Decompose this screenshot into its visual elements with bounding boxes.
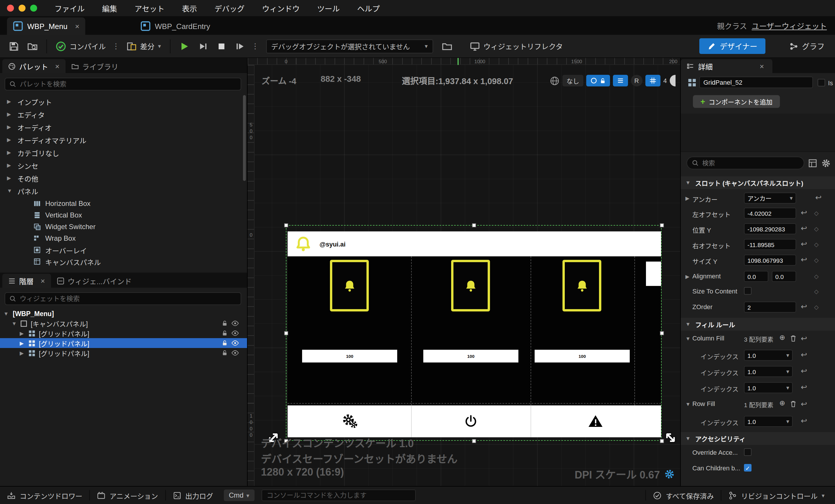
collapse-arrow-icon[interactable]: ▼ (686, 180, 691, 186)
frame-skip-button[interactable] (194, 38, 212, 54)
tab-palette[interactable]: パレット × (2, 59, 65, 73)
details-search[interactable] (687, 157, 804, 169)
palette-scrollbar[interactable] (243, 95, 246, 181)
add-component-button[interactable]: + コンポーネントを追加 (693, 95, 780, 108)
expand-arrow-icon[interactable]: ▶ (20, 340, 25, 346)
tab-library[interactable]: ライブラリ (65, 59, 124, 73)
source-control-saved-button[interactable]: すべて保存済み (646, 487, 721, 504)
index-dropdown[interactable]: 1.0▾ (744, 382, 793, 393)
bind-diamond-icon[interactable]: ◇ (814, 210, 818, 216)
play-options-icon[interactable]: ⋮ (249, 42, 261, 51)
widget-scrollbar[interactable] (646, 262, 661, 286)
revision-control-button[interactable]: リビジョンコントロール ▾ (721, 487, 832, 504)
alignment-y-field[interactable]: 0.0 (772, 271, 796, 282)
preview-none-button[interactable]: なし (563, 75, 583, 86)
palette-item-widget-switcher[interactable]: Widget Switcher (0, 221, 247, 233)
palette-item-overlay[interactable]: オーバーレイ (0, 244, 247, 256)
can-children-check-checkbox[interactable]: ✓ (744, 464, 752, 471)
expand-arrow-icon[interactable]: ▶ (686, 196, 690, 201)
eye-icon[interactable] (231, 350, 239, 356)
settings-gear-icon[interactable] (822, 159, 830, 168)
collapse-arrow-icon[interactable]: ▼ (7, 188, 13, 194)
expand-arrow-icon[interactable]: ▶ (7, 112, 13, 117)
hierarchy-row-grid-panel-3[interactable]: ▶ [グリッドパネル] (0, 348, 247, 358)
collapse-arrow-icon[interactable]: ▼ (12, 320, 17, 326)
palette-item-wrap-box[interactable]: Wrap Box (0, 233, 247, 244)
index-dropdown[interactable]: 1.0▾ (744, 350, 793, 361)
palette-search[interactable] (5, 78, 241, 90)
compile-button[interactable]: コンパイル (52, 38, 110, 54)
expand-arrow-icon[interactable]: ▶ (7, 162, 13, 168)
settings-gears-icon[interactable] (342, 414, 357, 429)
right-offset-field[interactable]: -11.89585 (744, 239, 796, 250)
browse-debug-button[interactable] (437, 38, 456, 54)
zorder-field[interactable]: 2 (744, 302, 796, 313)
menu-asset[interactable]: アセット (135, 3, 165, 14)
console-type-dropdown[interactable]: Cmd ▾ (224, 489, 254, 501)
bind-diamond-icon[interactable]: ◇ (814, 241, 818, 248)
play-to-button[interactable] (230, 38, 249, 54)
palette-category-uncategorized[interactable]: ▶カテゴリなし (0, 146, 247, 159)
compile-options-icon[interactable]: ⋮ (110, 42, 122, 51)
menu-edit[interactable]: 編集 (102, 3, 117, 14)
add-element-icon[interactable]: ⊕ (779, 399, 785, 407)
menu-help[interactable]: ヘルプ (357, 3, 380, 14)
lock-icon[interactable] (222, 350, 228, 356)
palette-category-editor[interactable]: ▶エディタ (0, 108, 247, 121)
console-command-box[interactable] (262, 489, 416, 501)
section-slot[interactable]: ▼スロット (キャンバスパネルスロット) (681, 176, 835, 189)
card-item[interactable] (330, 260, 369, 311)
palette-category-audio-material[interactable]: ▶オーディオマテリアル (0, 134, 247, 146)
hierarchy-row-grid-panel-2-selected[interactable]: ▶ [グリッドパネル] (0, 338, 247, 348)
lock-icon[interactable] (222, 340, 228, 346)
tab-hierarchy[interactable]: 階層 × (2, 274, 51, 288)
collapse-arrow-icon[interactable]: ▼ (686, 436, 691, 441)
window-zoom-light[interactable] (30, 5, 37, 12)
card-item[interactable] (563, 260, 601, 311)
bind-diamond-icon[interactable]: ◇ (814, 257, 818, 263)
tab-wbp-menu[interactable]: WBP_Menu × (7, 17, 85, 35)
position-y-field[interactable]: -1098.290283 (744, 223, 796, 234)
sidebar-tab-handle[interactable] (670, 75, 675, 86)
expand-arrow-icon[interactable]: ▶ (7, 175, 13, 181)
designer-mode-button[interactable]: デザイナー (699, 38, 766, 54)
close-icon[interactable]: × (75, 22, 79, 31)
index-dropdown[interactable]: 1.0▾ (744, 416, 793, 427)
eye-icon[interactable] (231, 340, 239, 346)
display-filter-icon[interactable] (808, 159, 817, 168)
palette-category-panel[interactable]: ▼パネル (0, 184, 247, 197)
lock-icon[interactable] (222, 320, 228, 326)
tab-widget-bind[interactable]: ウィジェ...バインド (51, 274, 138, 288)
parent-class-link[interactable]: ユーザーウィジェット (752, 20, 827, 31)
reset-icon[interactable]: ↩ (801, 366, 807, 375)
card-item[interactable] (451, 260, 490, 311)
window-close-light[interactable] (7, 5, 14, 12)
details-search-input[interactable] (702, 160, 799, 166)
hierarchy-search-input[interactable] (20, 295, 237, 302)
hierarchy-row-canvas-panel[interactable]: ▼ [キャンバスパネル] (0, 318, 247, 328)
scale-arrow-se-icon[interactable]: ↔ (660, 427, 680, 448)
reset-icon[interactable]: ↩ (801, 302, 807, 311)
menu-window[interactable]: ウィンドウ (262, 3, 300, 14)
localization-globe-icon[interactable] (550, 76, 559, 85)
palette-category-synth[interactable]: ▶シンセ (0, 159, 247, 172)
aspect-lock-button[interactable] (586, 75, 610, 86)
content-drawer-button[interactable]: コンテンツドロワー (0, 487, 89, 504)
palette-category-input[interactable]: ▶インプット (0, 95, 247, 108)
section-fill-rules[interactable]: ▼フィル ルール (681, 318, 835, 330)
selected-grid-panel-widget[interactable]: @syui.ai 100 100 100 (286, 225, 661, 441)
grid-snap-size[interactable]: 4 (664, 77, 667, 84)
eye-icon[interactable] (231, 330, 239, 336)
eye-icon[interactable] (231, 320, 239, 326)
reset-icon[interactable]: ↩ (801, 400, 807, 408)
menu-file[interactable]: ファイル (55, 3, 85, 14)
left-offset-field[interactable]: -4.02002 (744, 208, 796, 219)
play-button[interactable] (175, 38, 194, 54)
reset-icon[interactable]: ↩ (801, 383, 807, 391)
close-icon[interactable]: × (55, 62, 59, 70)
tab-details[interactable]: 詳細 × (681, 59, 772, 73)
palette-item-vertical-box[interactable]: Vertical Box (0, 209, 247, 221)
menu-debug[interactable]: デバッグ (215, 3, 245, 14)
reset-icon[interactable]: ↩ (801, 208, 807, 217)
resize-handle-e[interactable] (660, 331, 664, 335)
